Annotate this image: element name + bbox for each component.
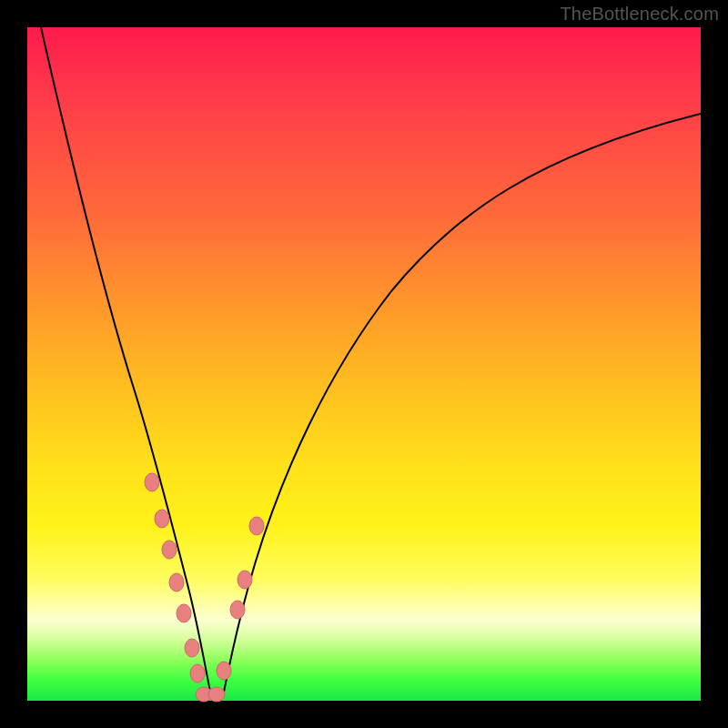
chart-frame: TheBottleneck.com <box>0 0 728 728</box>
curve-marker <box>155 510 169 528</box>
curve-marker <box>208 687 225 702</box>
watermark-text: TheBottleneck.com <box>560 4 719 25</box>
bottleneck-curve <box>41 27 701 696</box>
curve-marker <box>162 541 177 559</box>
curve-marker <box>169 573 184 592</box>
curve-marker <box>185 639 199 657</box>
curve-marker <box>177 604 191 622</box>
curve-layer <box>27 27 701 701</box>
curve-marker <box>190 664 205 682</box>
marker-group <box>145 473 264 702</box>
plot-area <box>27 27 701 701</box>
curve-marker <box>217 662 231 680</box>
curve-marker <box>145 473 159 491</box>
curve-marker <box>230 601 245 619</box>
curve-marker <box>238 571 252 589</box>
curve-marker <box>249 517 264 535</box>
